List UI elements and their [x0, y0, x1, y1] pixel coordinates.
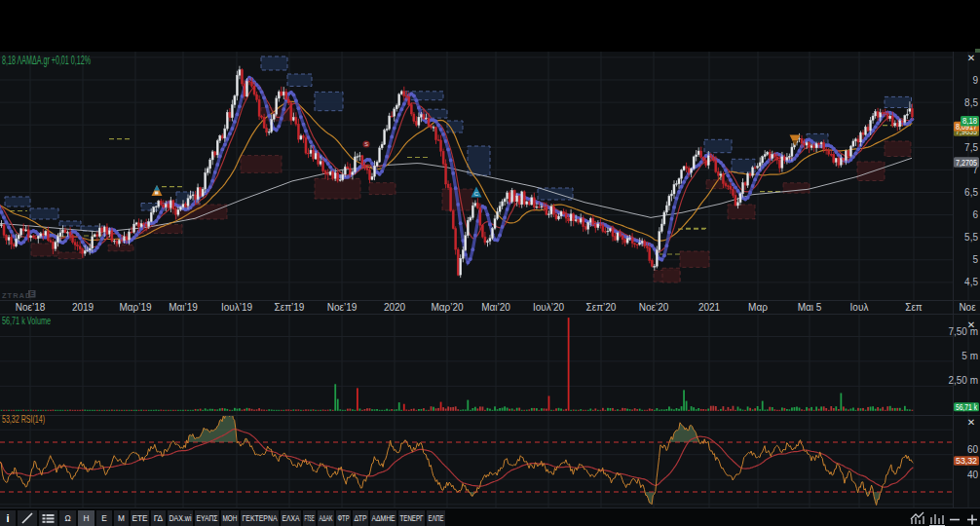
svg-text:2,50 m: 2,50 m	[948, 375, 978, 386]
svg-text:2020: 2020	[384, 302, 406, 313]
svg-text:i: i	[6, 512, 9, 524]
svg-text:✕: ✕	[967, 53, 975, 63]
svg-text:Μαι 5: Μαι 5	[798, 302, 822, 313]
svg-text:4,5: 4,5	[964, 277, 978, 287]
svg-text:40: 40	[967, 470, 979, 480]
svg-text:2021: 2021	[698, 302, 721, 313]
svg-text:Ιουλ’19: Ιουλ’19	[221, 302, 253, 313]
svg-text:Ω: Ω	[64, 513, 70, 523]
svg-text:ΔΤΡ: ΔΤΡ	[355, 513, 367, 523]
svg-text:53,32 RSI(14): 53,32 RSI(14)	[2, 413, 45, 425]
svg-text:7,2705: 7,2705	[956, 158, 977, 168]
svg-text:E: E	[30, 290, 35, 297]
svg-text:FTSE: FTSE	[305, 513, 315, 523]
svg-text:Μαι’20: Μαι’20	[481, 302, 510, 313]
svg-text:ΓΔ: ΓΔ	[154, 513, 164, 523]
svg-text:6,5: 6,5	[964, 187, 978, 198]
svg-text:ZTRAD: ZTRAD	[2, 291, 31, 300]
svg-text:8,18: 8,18	[962, 116, 977, 126]
svg-text:Μαρ: Μαρ	[748, 302, 768, 313]
svg-text:Μαι’19: Μαι’19	[169, 302, 198, 313]
svg-text:6: 6	[972, 209, 978, 220]
svg-text:ΜΟΗ: ΜΟΗ	[223, 513, 238, 523]
svg-text:Σεπ: Σεπ	[905, 302, 923, 313]
svg-text:Ιουλ’20: Ιουλ’20	[533, 302, 565, 313]
svg-text:ΑΔΑΚ: ΑΔΑΚ	[320, 513, 333, 523]
svg-text:60: 60	[967, 444, 979, 455]
svg-text:ΑΔΜΗΕ: ΑΔΜΗΕ	[372, 513, 396, 523]
svg-text:8,18 ΛΑΜΔΑ.gr +0,01 0,12%: 8,18 ΛΑΜΔΑ.gr +0,01 0,12%	[2, 54, 91, 67]
svg-text:7,5: 7,5	[964, 142, 978, 153]
svg-text:ΕΛΧΑ: ΕΛΧΑ	[283, 513, 300, 523]
svg-text:✕: ✕	[967, 417, 975, 428]
svg-text:ΓΕΚΤΕΡΝΑ: ΓΕΚΤΕΡΝΑ	[243, 513, 278, 523]
svg-text:DAX.wi: DAX.wi	[170, 513, 192, 523]
svg-text:Νοε’18: Νοε’18	[16, 302, 46, 313]
svg-text:Μαρ’19: Μαρ’19	[119, 302, 152, 313]
svg-text:56,71 k: 56,71 k	[956, 402, 977, 412]
svg-text:Σεπ’20: Σεπ’20	[586, 302, 617, 313]
svg-text:Νοε’20: Νοε’20	[639, 302, 669, 313]
svg-text:53,32: 53,32	[956, 456, 977, 466]
svg-text:56,71 k Volume: 56,71 k Volume	[2, 315, 51, 326]
svg-text:ΕΥΑΠΣ: ΕΥΑΠΣ	[197, 513, 218, 523]
svg-text:Η: Η	[84, 513, 90, 523]
svg-text:2019: 2019	[72, 302, 94, 313]
svg-text:Νοε: Νοε	[959, 302, 976, 313]
svg-text:ΕΤΕ: ΕΤΕ	[132, 513, 148, 523]
svg-text:5 m: 5 m	[961, 351, 978, 361]
svg-text:5,5: 5,5	[964, 232, 978, 243]
svg-text:S: S	[364, 141, 368, 147]
svg-text:Μαρ’20: Μαρ’20	[431, 302, 464, 313]
svg-text:8,5: 8,5	[964, 97, 978, 108]
svg-text:Μ: Μ	[118, 513, 125, 523]
svg-text:✕: ✕	[967, 319, 975, 330]
svg-text:ΕΛΠΕ: ΕΛΠΕ	[429, 513, 444, 523]
svg-text:9: 9	[972, 75, 978, 86]
svg-text:Σεπ’19: Σεπ’19	[275, 302, 305, 313]
svg-text:Ε: Ε	[101, 513, 107, 523]
svg-text:ΦΤΡ: ΦΤΡ	[338, 513, 350, 523]
svg-text:ΤΕΝΕΡΓ: ΤΕΝΕΡΓ	[400, 513, 424, 523]
svg-text:Ιουλ: Ιουλ	[850, 302, 869, 313]
svg-text:5: 5	[972, 254, 978, 265]
svg-text:C: C	[474, 191, 479, 197]
svg-text:Νοε’19: Νοε’19	[327, 302, 358, 313]
